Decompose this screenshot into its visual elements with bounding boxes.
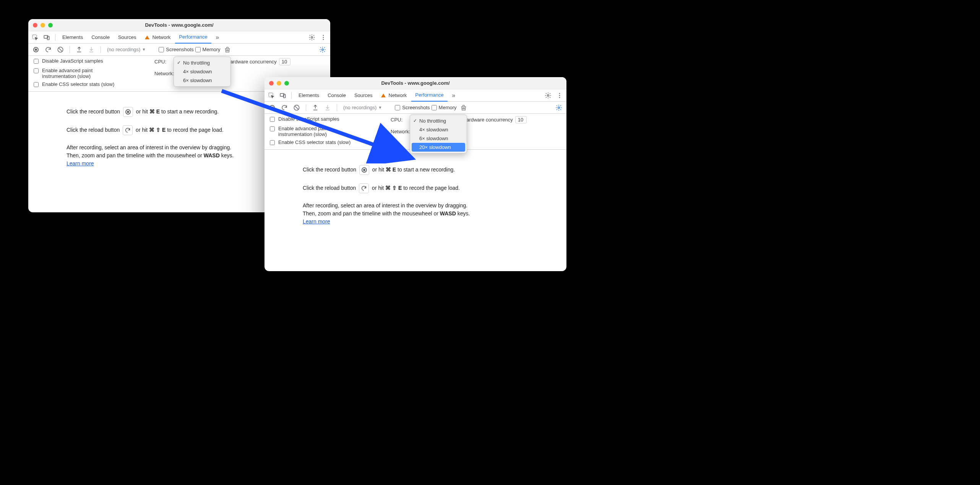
screenshots-checkbox[interactable]: Screenshots	[395, 105, 430, 110]
tab-strip: Elements Console Sources Network Perform…	[264, 89, 566, 102]
inspect-icon[interactable]	[266, 90, 277, 101]
traffic-lights	[269, 81, 289, 86]
svg-point-14	[559, 95, 560, 96]
performance-toolbar: (no recordings) ▼ Screenshots Memory	[28, 44, 330, 56]
cpu-throttling-dropdown[interactable]: No throttling 4× slowdown 6× slowdown	[174, 57, 231, 87]
hardware-concurrency-input[interactable]: 10	[279, 58, 290, 65]
svg-point-3	[311, 36, 313, 38]
capture-settings-icon[interactable]	[553, 102, 564, 113]
device-toggle-icon[interactable]	[41, 32, 52, 43]
memory-checkbox[interactable]: Memory	[195, 47, 221, 52]
tab-elements[interactable]: Elements	[295, 89, 323, 102]
tab-network[interactable]: Network	[141, 31, 175, 44]
disable-js-checkbox[interactable]: Disable JavaScript samples	[268, 116, 383, 123]
maximize-icon[interactable]	[48, 23, 53, 27]
svg-point-8	[322, 48, 324, 50]
divider	[101, 46, 101, 53]
divider	[55, 34, 55, 41]
clear-button[interactable]	[291, 102, 302, 113]
maximize-icon[interactable]	[284, 81, 289, 86]
disable-js-checkbox[interactable]: Disable JavaScript samples	[32, 58, 147, 65]
reload-button[interactable]	[279, 102, 290, 113]
dropdown-item[interactable]: 20× slowdown	[412, 143, 465, 152]
memory-checkbox[interactable]: Memory	[432, 105, 457, 110]
minimize-icon[interactable]	[41, 23, 45, 27]
divider	[337, 104, 337, 111]
svg-point-15	[559, 97, 560, 98]
titlebar: DevTools - www.google.com/	[264, 77, 566, 89]
minimize-icon[interactable]	[277, 81, 281, 86]
divider	[70, 46, 70, 53]
dropdown-item[interactable]: 4× slowdown	[410, 125, 467, 134]
settings-icon[interactable]	[307, 32, 317, 43]
clear-button[interactable]	[55, 44, 66, 55]
kebab-icon[interactable]	[318, 32, 329, 43]
settings-icon[interactable]	[543, 90, 553, 101]
close-icon[interactable]	[269, 81, 274, 86]
dropdown-item[interactable]: No throttling	[174, 58, 230, 67]
cpu-throttling-dropdown[interactable]: No throttling 4× slowdown 6× slowdown 20…	[410, 115, 467, 154]
svg-point-13	[559, 93, 560, 94]
tab-performance[interactable]: Performance	[411, 89, 447, 102]
chevron-down-icon: ▼	[378, 105, 382, 110]
device-toggle-icon[interactable]	[277, 90, 288, 101]
performance-toolbar: (no recordings) ▼ Screenshots Memory	[264, 102, 566, 114]
devtools-window: DevTools - www.google.com/ Elements Cons…	[264, 77, 566, 271]
screenshots-checkbox[interactable]: Screenshots	[159, 47, 193, 52]
learn-more-link[interactable]: Learn more	[303, 218, 330, 225]
divider	[291, 92, 292, 99]
help-record: Click the record button or hit ⌘ E to st…	[303, 165, 555, 175]
record-button[interactable]	[31, 44, 41, 55]
kebab-icon[interactable]	[554, 90, 565, 101]
learn-more-link[interactable]: Learn more	[67, 160, 94, 167]
divider	[306, 104, 306, 111]
hardware-concurrency-input[interactable]: 10	[515, 116, 527, 123]
tab-sources[interactable]: Sources	[350, 89, 376, 102]
help-after: After recording, select an area of inter…	[303, 202, 555, 226]
recordings-select-label: (no recordings)	[107, 47, 140, 52]
download-icon[interactable]	[86, 44, 97, 55]
tab-console[interactable]: Console	[88, 31, 114, 44]
tab-network[interactable]: Network	[377, 89, 411, 102]
inspect-icon[interactable]	[30, 32, 41, 43]
gc-icon[interactable]	[222, 44, 233, 55]
upload-icon[interactable]	[74, 44, 84, 55]
tab-performance[interactable]: Performance	[175, 31, 211, 44]
more-tabs-icon[interactable]: »	[212, 32, 223, 43]
capture-settings: Disable JavaScript samples CPU: Hardware…	[264, 114, 566, 150]
svg-point-4	[323, 35, 324, 36]
recordings-select[interactable]: (no recordings) ▼	[341, 105, 384, 110]
dropdown-item[interactable]: 4× slowdown	[174, 67, 230, 76]
svg-point-5	[323, 37, 324, 38]
svg-point-12	[547, 94, 549, 96]
reload-button[interactable]	[43, 44, 54, 55]
performance-help: Click the record button or hit ⌘ E to st…	[264, 150, 566, 249]
recordings-select[interactable]: (no recordings) ▼	[105, 47, 148, 52]
help-reload: Click the reload button or hit ⌘ ⇧ E to …	[303, 183, 555, 193]
reload-icon	[359, 183, 369, 193]
dropdown-item[interactable]: 6× slowdown	[174, 76, 230, 85]
record-button[interactable]	[267, 102, 277, 113]
dropdown-item[interactable]: 6× slowdown	[410, 134, 467, 143]
recordings-select-label: (no recordings)	[343, 105, 376, 110]
tab-sources[interactable]: Sources	[114, 31, 140, 44]
tab-strip: Elements Console Sources Network Perform…	[28, 31, 330, 44]
gc-icon[interactable]	[458, 102, 469, 113]
close-icon[interactable]	[33, 23, 37, 27]
more-tabs-icon[interactable]: »	[448, 90, 459, 101]
svg-point-6	[323, 39, 324, 40]
tab-console[interactable]: Console	[324, 89, 350, 102]
titlebar: DevTools - www.google.com/	[28, 19, 330, 31]
record-icon	[359, 165, 369, 175]
record-icon	[123, 107, 133, 117]
adv-paint-checkbox[interactable]: Enable advanced paint instrumentation (s…	[268, 126, 383, 137]
capture-settings-icon[interactable]	[317, 44, 328, 55]
chevron-down-icon: ▼	[142, 47, 146, 52]
dropdown-item[interactable]: No throttling	[410, 116, 467, 125]
download-icon[interactable]	[322, 102, 333, 113]
upload-icon[interactable]	[310, 102, 321, 113]
reload-icon	[123, 125, 133, 135]
tab-elements[interactable]: Elements	[58, 31, 87, 44]
adv-paint-checkbox[interactable]: Enable advanced paint instrumentation (s…	[32, 68, 147, 79]
traffic-lights	[33, 23, 53, 27]
